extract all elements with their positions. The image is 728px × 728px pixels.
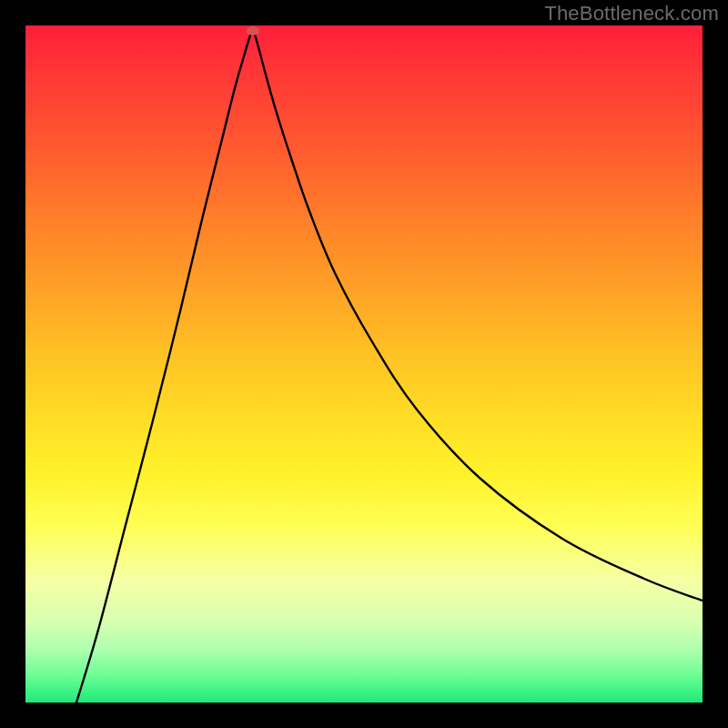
watermark-text: TheBottleneck.com (544, 2, 719, 25)
bottleneck-curve (25, 25, 703, 703)
curve-path (76, 31, 703, 703)
chart-frame: TheBottleneck.com (0, 0, 728, 728)
plot-area (25, 25, 703, 703)
minimum-marker (247, 26, 259, 35)
